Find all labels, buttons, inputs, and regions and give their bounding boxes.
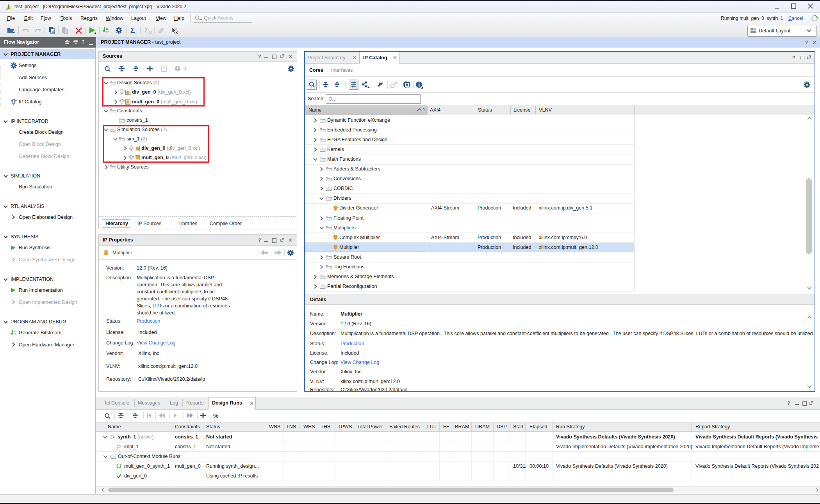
svg-text:01: 01 [106,28,109,30]
svg-text:?: ? [163,67,165,71]
svg-text:10: 10 [14,333,16,335]
svg-text:10: 10 [106,30,109,33]
svg-text:01: 01 [14,330,16,333]
